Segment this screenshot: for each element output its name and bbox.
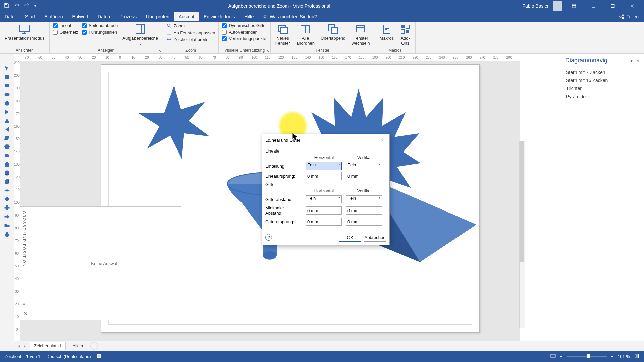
tab-ansicht[interactable]: Ansicht [174,12,199,21]
fit-page-icon[interactable] [634,353,639,360]
save-icon[interactable] [4,3,9,9]
user-avatar[interactable] [553,1,562,11]
redo-icon[interactable] [24,3,30,9]
shape-cube[interactable] [3,178,11,185]
presentation-mode-button[interactable]: Präsentationsmodus [3,23,46,42]
macros-button[interactable]: Makros [378,23,395,42]
help-icon[interactable]: ? [265,234,272,241]
nav-item-pyramid[interactable]: Pyramide [566,94,639,99]
lineal-v-input[interactable] [346,172,382,180]
shape-parallelogram[interactable] [3,135,11,141]
shape-triangle-right[interactable] [3,109,11,115]
visual-dialog-launcher[interactable]: ⬊ [266,49,269,53]
shape-rounded[interactable] [3,82,11,89]
origin-h-input[interactable] [306,218,342,226]
shape-diamond[interactable] [3,196,11,202]
einteilung-h-select[interactable]: Fein▾ [306,162,342,170]
maximize-icon[interactable] [605,0,621,12]
panel-close-icon[interactable]: ✕ [23,310,28,317]
shape-drop[interactable] [3,231,11,237]
close-icon[interactable] [625,0,640,12]
check-fuehrungslinien[interactable]: Führungslinien [82,29,118,35]
check-dynamic-grid[interactable]: Dynamisches Gitter [222,23,267,28]
shape-star-7[interactable] [136,82,213,160]
ribbon-display-options-icon[interactable] [566,0,582,12]
einteilung-v-select[interactable]: Fein▾ [346,162,382,170]
status-language[interactable]: Deutsch (Deutschland) [46,354,91,359]
shape-pentagon[interactable] [3,161,11,168]
zoom-in-icon[interactable]: + [611,354,614,359]
sheet-tab-1[interactable]: Zeichenblatt-1 [30,342,66,350]
shape-circle[interactable] [3,100,11,107]
macro-record-icon[interactable] [97,354,101,359]
nav-item-funnel[interactable]: Trichter [566,86,639,91]
share-button[interactable]: Teilen [626,14,639,19]
svg-rect-21 [406,25,409,28]
tab-hilfe[interactable]: Hilfe [239,12,258,21]
shape-ellipse[interactable] [3,91,11,98]
new-window-button[interactable]: Neues Fenster [274,23,291,47]
gitterabstand-h-select[interactable]: Fein▾ [306,195,342,203]
navpane-dropdown-icon[interactable]: ▾ [630,58,633,63]
shapes-expand-icon[interactable]: › [0,56,14,63]
switch-window-button[interactable]: Fenster wechseln [350,23,371,47]
shape-pentagon-right[interactable] [3,152,11,159]
tab-datei[interactable]: Datei [0,12,20,21]
tab-ueberpruefen[interactable]: Überprüfen [141,12,174,21]
check-seitenumbruch[interactable]: Seitenumbruch [82,23,118,28]
show-dialog-launcher[interactable]: ⬊ [159,49,161,53]
check-connection-points[interactable]: Verbindungspunkte [222,36,267,41]
tab-einfuegen[interactable]: Einfügen [40,12,67,21]
nav-item-star7[interactable]: Stern mit 7 Zacken [566,70,639,75]
tab-entwurf[interactable]: Entwurf [68,12,93,21]
sheet-all-button[interactable]: Alle ▾ [69,342,87,350]
pin-icon[interactable]: ⟟ [23,302,28,308]
shape-hexagon[interactable] [3,143,11,150]
shape-pointer[interactable] [3,65,11,72]
shape-cylinder[interactable] [3,170,11,176]
gitterabstand-v-select[interactable]: Fein▾ [346,195,382,203]
shape-folder[interactable] [3,222,11,229]
lineal-h-input[interactable] [306,172,342,180]
zoom-slider[interactable] [567,356,607,357]
zoom-level[interactable]: 101 % [618,354,630,359]
tab-entwicklertools[interactable]: Entwicklertools [199,12,239,21]
ok-button[interactable]: OK [339,233,361,242]
tellme-search[interactable]: Was möchten Sie tun? [258,12,321,21]
zoom-out-icon[interactable]: − [560,354,563,359]
minimize-icon[interactable] [586,0,601,12]
shape-triangle-up[interactable] [3,117,11,124]
dialog-close-icon[interactable]: ✕ [379,136,386,144]
tab-prozess[interactable]: Prozess [115,12,141,21]
taskpanes-button[interactable]: Aufgabenbereiche ▾ [121,23,159,47]
nav-item-star16[interactable]: Stern mit 16 Zacken [566,78,639,83]
shape-square[interactable] [3,74,11,80]
canvas-scrollbar-vertical[interactable] [519,141,525,328]
check-gitternetz[interactable]: Gitternetz [53,29,78,35]
fit-window-button[interactable]: An Fenster anpassen [166,30,215,35]
shape-triangle-left[interactable] [3,126,11,133]
shape-star4[interactable] [3,187,11,194]
min-v-input[interactable] [346,206,382,215]
view-presentation-icon[interactable] [550,353,556,360]
page-width-button[interactable]: Zeichenblattbreite [166,37,215,42]
svg-rect-41 [551,354,555,357]
min-h-input[interactable] [306,206,342,215]
zoom-button[interactable]: Zoom [166,23,215,28]
navpane-close-icon[interactable]: ✕ [636,58,640,63]
check-autoconnect[interactable]: AutoVerbinden [222,29,267,35]
origin-v-input[interactable] [346,218,382,226]
cascade-button[interactable]: Überlappend [319,23,347,42]
tab-daten[interactable]: Daten [93,12,115,21]
shape-plus[interactable] [3,204,11,211]
shape-arrow[interactable] [3,213,11,220]
user-name[interactable]: Fabio Basler [522,3,549,9]
arrange-all-button[interactable]: Alle anordnen [295,23,316,47]
share-icon[interactable] [619,14,624,19]
undo-icon[interactable] [14,3,19,9]
sheet-add-button[interactable]: ＋ [90,342,98,350]
addons-button[interactable]: Add- Ons [398,23,412,47]
cancel-button[interactable]: Abbrechen [364,233,386,242]
check-lineal[interactable]: Lineal [53,23,78,28]
tab-start[interactable]: Start [20,12,40,21]
